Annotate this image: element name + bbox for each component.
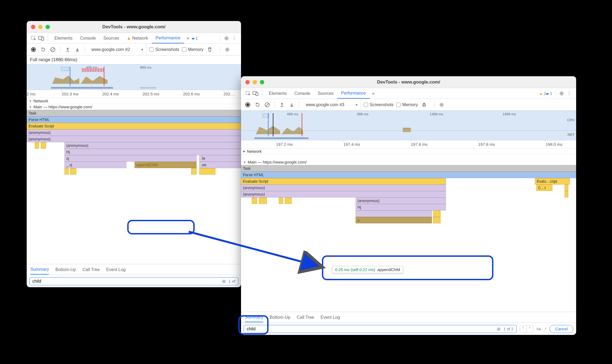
flame-bar-parse[interactable]: Parse HTML [27,116,241,123]
tab-sources[interactable]: Sources [314,88,337,99]
more-tabs-icon[interactable]: » [370,90,377,97]
upload-icon[interactable] [279,101,286,108]
flame-bar-anon[interactable]: (anonymous) [356,197,446,204]
flame-bar-task[interactable]: Task [241,165,576,172]
tab-call-tree[interactable]: Call Tree [82,265,100,274]
flame-bar-fn[interactable]: C…t [536,185,552,191]
download-icon[interactable] [74,46,81,53]
tab-elements[interactable]: Elements [51,33,76,43]
flame-bar-fn[interactable]: zj [64,155,197,162]
flame-bar[interactable] [70,168,76,175]
tab-console[interactable]: Console [291,88,314,99]
tab-summary[interactable]: Summary [30,265,49,275]
zoom-window-button[interactable] [46,25,50,29]
device-toggle-icon[interactable] [37,34,45,42]
collect-garbage-icon[interactable] [421,101,428,108]
tab-sources[interactable]: Sources [99,33,123,43]
capture-settings-icon[interactable] [438,101,445,108]
flame-bar-fn[interactable]: .fe [199,155,241,162]
recording-selector[interactable]: www.google.com #2▼ [89,44,147,55]
time-ruler[interactable]: 2 ms 202.3 ms 202.4 ms 202.5 ms 202.6 ms… [27,90,241,98]
minimize-window-button[interactable] [253,80,257,84]
record-button[interactable] [244,101,251,108]
flame-bar-anon[interactable]: (anonymous) [27,136,241,142]
flame-bar[interactable] [259,197,267,204]
screenshots-checkbox[interactable]: Screenshots [149,47,179,52]
clear-search-icon[interactable]: ⊗ [497,326,501,332]
flame-chart[interactable]: ▼Network ▼Main — https://www.google.com/… [27,98,241,264]
flame-bar-anon[interactable]: (anonymous) [27,129,241,136]
flame-bar-eval[interactable]: Evalu…cript [535,178,570,185]
tab-performance[interactable]: Performance [152,33,184,43]
record-button[interactable] [30,46,37,53]
close-window-button[interactable] [245,80,250,84]
zoom-window-button[interactable] [260,80,264,84]
capture-settings-icon[interactable] [224,46,231,53]
upload-icon[interactable] [64,46,71,53]
flame-bar-fn[interactable] [356,210,432,217]
flame-bar[interactable] [565,191,568,197]
tab-elements[interactable]: Elements [265,88,291,99]
flame-bar-anon[interactable]: (anonymous) [64,142,241,149]
match-case-toggle[interactable]: Aa [537,327,541,331]
flame-bar-parse[interactable]: Parse HTML [241,172,576,178]
issues-badge[interactable]: ▰1 [546,91,552,96]
search-prev-icon[interactable]: ˄ [520,326,527,332]
clear-icon[interactable] [49,46,56,53]
flame-bar[interactable] [279,197,283,204]
device-toggle-icon[interactable] [252,90,259,97]
tab-network[interactable]: ▲ Network [123,33,152,43]
flame-bar-anon[interactable]: (anonymous) [241,191,446,197]
flame-bar[interactable] [35,142,39,149]
clear-search-icon[interactable]: ⊗ [222,278,226,284]
inspect-icon[interactable] [30,34,37,42]
settings-icon[interactable] [558,90,565,97]
tab-event-log[interactable]: Event Log [106,265,126,274]
flame-bar-eval[interactable]: Evaluate Script [241,178,446,185]
network-section[interactable]: ▶Network [241,148,576,154]
tab-performance[interactable]: Performance [337,88,370,99]
time-ruler[interactable]: 197.2 ms 197.4 ms 197.6 ms 197.8 ms 198.… [241,140,576,148]
settings-icon[interactable] [223,34,230,42]
tab-event-log[interactable]: Event Log [321,313,340,322]
reload-icon[interactable] [254,101,261,108]
timeline-overview[interactable]: 499 ms 999 ms [27,64,241,90]
flame-bar[interactable] [565,185,568,191]
kebab-icon[interactable]: ⋮ [565,90,573,97]
tab-bottom-up[interactable]: Bottom-Up [270,313,290,322]
flame-bar[interactable] [433,210,441,217]
flame-bar-anon[interactable]: (anonymous) [241,185,446,191]
screenshots-checkbox[interactable]: Screenshots [364,102,394,107]
reload-icon[interactable] [40,46,47,53]
flame-bar-fn[interactable]: Hj [64,149,241,155]
issues-badge[interactable]: ▰1 [192,36,198,40]
regex-toggle[interactable]: .* [544,327,546,331]
flame-bar[interactable] [191,168,197,175]
flame-bar[interactable] [252,197,257,204]
kebab-icon[interactable]: ⋮ [230,34,238,42]
more-tabs-icon[interactable]: » [184,34,192,42]
main-section[interactable]: ▼Main — https://www.google.com/ [27,104,241,110]
network-section[interactable]: ▼Network [27,98,241,104]
flame-bar-appendchild[interactable]: a [356,217,432,223]
flame-bar-appendchild[interactable]: appendChild [135,162,197,168]
tab-console[interactable]: Console [76,33,100,43]
timeline-overview[interactable]: 499 ms 999 ms 1499 ms 1999 ms CPU NET [241,111,576,140]
flame-bar-task[interactable]: Task [27,110,241,116]
warnings-badge[interactable]: ▲2 [539,91,546,96]
close-window-button[interactable] [31,25,35,29]
flame-bar[interactable] [433,217,441,223]
tab-summary[interactable]: Summary [245,313,263,322]
flame-bar-eval[interactable]: Evaluate Script [27,123,241,129]
delete-icon[interactable] [206,46,213,53]
memory-checkbox[interactable]: Memory [396,102,418,107]
flame-bar-fn[interactable]: _.vj [64,162,126,168]
memory-checkbox[interactable]: Memory [182,47,204,52]
minimize-window-button[interactable] [38,25,43,29]
tab-call-tree[interactable]: Call Tree [297,313,314,322]
clear-icon[interactable] [264,101,271,108]
recording-selector[interactable]: www.google.com #3▼ [303,99,361,110]
flame-bar-fn[interactable]: .ee [199,162,241,168]
cancel-button[interactable]: Cancel [549,325,573,333]
main-section[interactable]: ▼Main — https://www.google.com/ [241,159,576,165]
